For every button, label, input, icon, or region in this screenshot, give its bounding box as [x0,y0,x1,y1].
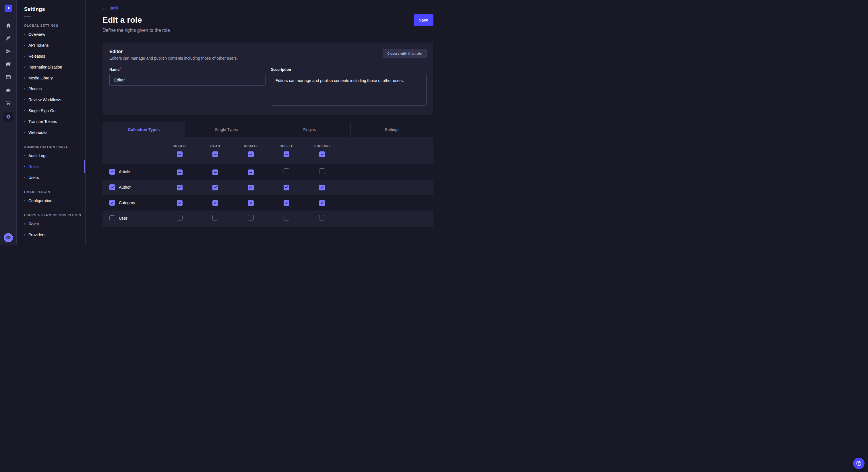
subnav-item-media-library[interactable]: Media Library [22,72,85,83]
category-publish-checkbox[interactable] [319,200,325,206]
subnav-item-configuration[interactable]: Configuration [22,195,85,206]
bullet-icon [24,99,25,100]
subnav-item-single-sign-on[interactable]: Single Sign-On [22,105,85,116]
page-subtitle: Define the rights given to the role [102,28,433,33]
cloud-icon[interactable] [5,87,11,93]
bullet-icon [24,155,25,156]
avatar[interactable]: KD [4,233,13,242]
article-read-checkbox[interactable] [212,169,218,175]
subnav-item-api-tokens[interactable]: API Tokens [22,40,85,51]
article-update-checkbox[interactable] [248,169,254,175]
bullet-icon [24,132,25,133]
subnav-item-audit-logs[interactable]: Audit Logs [22,150,85,161]
tab-settings[interactable]: Settings [350,122,433,137]
subnav-item-users[interactable]: Users [22,172,85,183]
author-row-checkbox[interactable] [110,184,115,190]
user-update-checkbox[interactable] [248,215,254,221]
column-create: CREATE [173,144,187,157]
indeterminate-dash-icon [111,171,114,172]
tab-plugins[interactable]: Plugins [268,122,351,137]
select-all-delete-checkbox[interactable] [284,151,289,157]
subnav-item-releases[interactable]: Releases [22,51,85,62]
subnav-item-plugins[interactable]: Plugins [22,83,85,94]
tab-collection-types[interactable]: Collection Types [102,122,185,137]
author-create-checkbox[interactable] [177,185,183,191]
subnav-item-label: Users [28,175,39,180]
bullet-icon [24,177,25,178]
indeterminate-dash-icon [249,154,252,155]
settings-gear-icon[interactable] [3,112,13,122]
author-publish-checkbox[interactable] [319,185,325,191]
indeterminate-dash-icon [214,172,217,173]
bullet-icon [24,45,25,46]
subnav-item-review-workflows[interactable]: Review Workflows [22,94,85,105]
check-mark-icon [285,186,288,189]
layout-icon[interactable] [5,74,11,80]
subnav-item-label: Configuration [28,198,52,203]
select-all-create-checkbox[interactable] [177,151,183,157]
user-read-checkbox[interactable] [212,215,218,221]
permissions-rows: ArticleAuthorCategoryUser [102,164,433,226]
user-row-checkbox[interactable] [110,215,115,221]
indeterminate-dash-icon [321,154,323,155]
article-row-checkbox[interactable] [110,169,115,175]
subnav-item-roles[interactable]: Roles [22,161,85,172]
column-read: READ [210,144,220,157]
user-publish-checkbox[interactable] [319,215,325,221]
article-publish-checkbox[interactable] [319,168,325,174]
name-input[interactable] [110,74,266,86]
subnav-section-label: USERS & PERMISSIONS PLUGIN [24,213,85,217]
category-update-checkbox[interactable] [248,200,254,206]
subnav-item-transfer-tokens[interactable]: Transfer Tokens [22,116,85,127]
indeterminate-dash-icon [178,154,181,155]
subnav-item-label: Webhooks [28,130,48,135]
article-delete-checkbox[interactable] [284,168,289,174]
strapi-logo[interactable] [5,5,12,12]
author-delete-checkbox[interactable] [284,185,289,191]
subnav-item-providers[interactable]: Providers [22,229,85,240]
marketplace-cart-icon[interactable] [5,100,11,106]
back-link[interactable]: ← Back [102,6,118,10]
role-card-heading: Editor Editors can manage and publish co… [110,49,238,61]
subnav-item-label: Providers [28,233,45,237]
subnav-item-label: API Tokens [28,43,49,47]
select-all-read-checkbox[interactable] [212,151,218,157]
description-textarea[interactable]: Editors can manage and publish contents … [271,74,427,105]
category-read-checkbox[interactable] [212,200,218,206]
subnav-item-webhooks[interactable]: Webhooks [22,127,85,138]
tab-single-types[interactable]: Single Types [185,122,268,137]
column-label: CREATE [173,144,187,148]
subnav-item-internationalization[interactable]: Internationalization [22,62,85,72]
author-read-checkbox[interactable] [212,185,218,191]
row-label: Article [119,169,130,174]
category-delete-checkbox[interactable] [284,200,289,206]
select-all-update-checkbox[interactable] [248,151,254,157]
feather-icon[interactable] [5,36,11,41]
category-create-checkbox[interactable] [177,200,183,206]
user-create-checkbox[interactable] [177,215,183,221]
user-delete-checkbox[interactable] [284,215,289,221]
bullet-icon [24,234,25,235]
subnav-item-label: Review Workflows [28,98,61,102]
main-content: ← Back Edit a role Save Define the right… [86,0,450,245]
author-update-checkbox[interactable] [248,185,254,191]
subnav-item-label: Overview [28,32,45,37]
subnav-title: Settings [24,6,85,12]
article-create-checkbox[interactable] [177,169,183,175]
category-row-checkbox[interactable] [110,200,115,206]
check-mark-icon [321,186,324,189]
check-mark-icon [249,186,253,189]
bullet-icon [24,224,25,225]
save-button[interactable]: Save [414,14,433,26]
media-library-icon[interactable] [5,61,11,67]
check-mark-icon [214,186,217,189]
column-update: UPDATE [244,144,258,157]
select-all-publish-checkbox[interactable] [319,151,325,157]
subnav-section-label: EMAIL PLUGIN [24,190,85,194]
role-card-top: Editor Editors can manage and publish co… [110,49,427,61]
home-icon[interactable] [5,23,11,28]
subnav-item-overview[interactable]: Overview [22,29,85,40]
subnav-item-roles[interactable]: Roles [22,218,85,229]
paper-plane-icon[interactable] [5,48,11,54]
users-with-role-badge[interactable]: 0 users with this role [383,49,427,58]
